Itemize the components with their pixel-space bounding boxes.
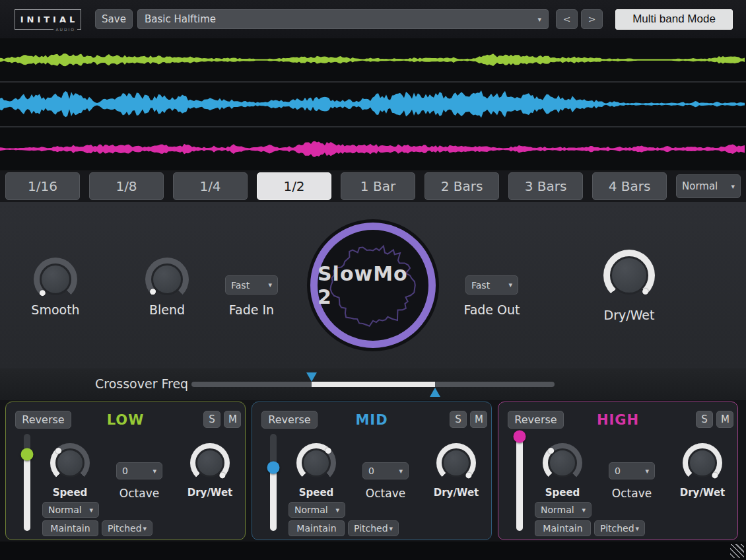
band-panel-low: Reverse LOW S M 0 ▾ Speed Octave Dry/Wet…: [5, 402, 246, 540]
drywet-knob[interactable]: [683, 443, 722, 483]
crossover-slider[interactable]: [191, 382, 555, 387]
speed-mode-value: Normal: [541, 505, 582, 515]
speed-mode-select[interactable]: Normal ▾: [288, 502, 345, 518]
slider-handle[interactable]: [514, 431, 526, 443]
speed-label: Speed: [44, 487, 96, 499]
band-panels: Reverse LOW S M 0 ▾ Speed Octave Dry/Wet…: [0, 400, 746, 542]
logo-brand-text: INITIAL: [18, 15, 79, 24]
crossover-section: Crossover Freq: [0, 368, 746, 400]
slider-track[interactable]: [516, 434, 523, 531]
high-band-waveform: [0, 126, 746, 170]
slider-handle[interactable]: [21, 448, 34, 460]
mid-band-waveform: [0, 81, 746, 125]
fade-in-select[interactable]: Fast ▾: [225, 275, 278, 295]
plugin-title: SlowMo 2: [318, 262, 428, 308]
maintain-button[interactable]: Maintain: [535, 520, 591, 536]
smooth-knob[interactable]: [34, 258, 77, 301]
division-button-4-bars[interactable]: 4 Bars: [592, 172, 667, 200]
main-controls-section: Smooth Blend Fast ▾ Fade In SlowMo 2 Fas…: [0, 202, 746, 368]
slowmo2-plugin-window: INITIAL AUDIO Save Basic Halftime ▾ < > …: [0, 0, 746, 560]
preset-value: Basic Halftime: [145, 13, 537, 25]
maintain-button[interactable]: Maintain: [288, 520, 345, 536]
speed-mode-select[interactable]: Normal ▾: [535, 502, 592, 518]
blend-knob[interactable]: [145, 258, 189, 301]
crossover-range-fill: [312, 382, 435, 387]
drywet-knob[interactable]: [603, 250, 655, 301]
speed-knob[interactable]: [543, 443, 582, 483]
solo-button[interactable]: S: [203, 411, 220, 428]
drywet-knob[interactable]: [436, 443, 476, 483]
solo-button[interactable]: S: [450, 411, 467, 428]
resize-grip-icon[interactable]: [730, 544, 744, 558]
logo-sub-text: AUDIO: [53, 27, 77, 32]
multi-band-mode-button[interactable]: Multi band Mode: [615, 9, 733, 30]
drywet-label: Dry/Wet: [426, 487, 486, 499]
division-button-1-4[interactable]: 1/4: [173, 172, 248, 200]
fade-out-label: Fade Out: [452, 302, 531, 317]
division-button-2-bars[interactable]: 2 Bars: [424, 172, 499, 200]
octave-select[interactable]: 0 ▾: [609, 462, 655, 479]
save-button[interactable]: Save: [95, 9, 133, 29]
chevron-down-icon: ▾: [89, 506, 93, 514]
pitch-mode-select[interactable]: Pitched ▾: [594, 520, 645, 536]
speed-label: Speed: [290, 487, 343, 499]
band-level-slider[interactable]: [267, 434, 280, 531]
speed-knob[interactable]: [296, 443, 336, 483]
octave-label: Octave: [599, 487, 665, 500]
pitch-mode-value: Pitched: [354, 523, 389, 534]
octave-value: 0: [122, 466, 153, 476]
next-preset-button[interactable]: >: [581, 9, 603, 29]
pitch-mode-select[interactable]: Pitched ▾: [102, 520, 153, 536]
mute-button[interactable]: M: [716, 411, 733, 428]
division-button-1-16[interactable]: 1/16: [5, 172, 80, 200]
division-button-1-8[interactable]: 1/8: [89, 172, 164, 200]
speed-mode-select[interactable]: Normal ▾: [42, 502, 99, 518]
octave-value: 0: [368, 466, 399, 476]
division-button-1-bar[interactable]: 1 Bar: [341, 172, 415, 200]
division-button-3-bars[interactable]: 3 Bars: [508, 172, 583, 200]
band-level-slider[interactable]: [20, 434, 34, 531]
division-row: 1/161/81/41/21 Bar2 Bars3 Bars4 Bars Nor…: [0, 170, 746, 202]
octave-label: Octave: [106, 487, 172, 500]
band-level-slider[interactable]: [513, 434, 526, 531]
speed-label: Speed: [536, 487, 589, 499]
chevron-down-icon: ▾: [399, 467, 403, 475]
band-panel-high: Reverse HIGH S M 0 ▾ Speed Octave Dry/We…: [498, 402, 738, 540]
chevron-down-icon: ▾: [537, 15, 541, 24]
trigger-mode-select[interactable]: Normal ▾: [676, 174, 741, 198]
mute-button[interactable]: M: [224, 411, 241, 428]
maintain-button[interactable]: Maintain: [42, 520, 98, 536]
slider-track[interactable]: [270, 434, 277, 531]
blend-label: Blend: [127, 302, 207, 317]
initial-audio-logo: INITIAL AUDIO: [15, 9, 81, 30]
pitch-mode-select[interactable]: Pitched ▾: [348, 520, 399, 536]
previous-preset-button[interactable]: <: [556, 9, 578, 29]
pitch-mode-value: Pitched: [600, 523, 635, 534]
smooth-label: Smooth: [16, 302, 95, 317]
band-panel-mid: Reverse MID S M 0 ▾ Speed Octave Dry/Wet…: [252, 402, 492, 540]
chevron-down-icon: ▾: [268, 281, 272, 289]
knob-body: [610, 256, 648, 295]
octave-select[interactable]: 0 ▾: [362, 462, 409, 479]
low-band-waveform: [0, 38, 746, 81]
chevron-down-icon: ▾: [731, 182, 735, 191]
octave-label: Octave: [353, 487, 419, 500]
crossover-label: Crossover Freq: [95, 376, 188, 391]
trigger-mode-value: Normal: [682, 180, 731, 192]
pitch-mode-value: Pitched: [108, 523, 143, 534]
division-button-1-2[interactable]: 1/2: [257, 172, 331, 200]
crossover-low-handle[interactable]: [306, 372, 317, 382]
crossover-high-handle[interactable]: [430, 388, 440, 397]
solo-button[interactable]: S: [696, 411, 713, 428]
drywet-knob[interactable]: [190, 443, 230, 483]
octave-select[interactable]: 0 ▾: [116, 462, 162, 479]
slider-handle[interactable]: [267, 462, 280, 474]
drywet-label: Dry/Wet: [180, 487, 240, 499]
speed-knob[interactable]: [50, 443, 90, 483]
chevron-down-icon: ▾: [389, 524, 393, 533]
preset-select[interactable]: Basic Halftime ▾: [137, 9, 549, 29]
fade-in-label: Fade In: [212, 302, 291, 317]
fade-out-select[interactable]: Fast ▾: [465, 275, 518, 295]
mute-button[interactable]: M: [470, 411, 487, 428]
slowmo-logo-dial: SlowMo 2: [310, 223, 436, 348]
